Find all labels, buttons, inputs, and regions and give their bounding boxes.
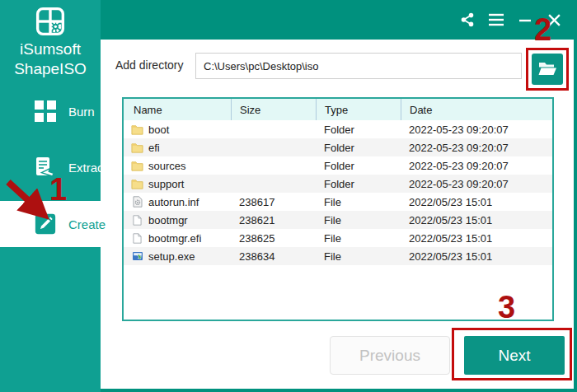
file-type: Folder (316, 138, 401, 156)
file-size (231, 120, 316, 138)
exe-file-icon (131, 250, 143, 263)
file-date: 2022-05-23 09:20:07 (401, 138, 552, 156)
inf-file-icon (131, 196, 143, 208)
sidebar-item-label: Create (68, 217, 106, 231)
file-table-body: bootFolder2022-05-23 09:20:07efiFolder20… (124, 120, 552, 265)
file-size (231, 175, 316, 193)
column-header-name[interactable]: Name (124, 99, 231, 120)
file-name-cell: sources (124, 156, 231, 175)
table-row[interactable]: bootmgr.efi238625File2022/05/23 15:01 (124, 229, 552, 247)
file-name: autorun.inf (148, 196, 199, 208)
table-row[interactable]: bootmgr238621File2022/05/23 15:01 (124, 211, 552, 229)
file-name: setup.exe (148, 250, 195, 263)
file-type: File (316, 211, 401, 229)
open-folder-icon (537, 60, 557, 79)
window-controls (459, 0, 562, 40)
file-name-cell: bootmgr (124, 211, 231, 229)
file-name-cell: setup.exe (124, 247, 231, 265)
file-type: Folder (316, 175, 401, 193)
sidebar-item-extract[interactable]: Extract (0, 148, 101, 186)
share-icon[interactable] (459, 12, 476, 28)
table-row[interactable]: setup.exe238634File2022/05/23 15:01 (124, 247, 552, 265)
file-type: File (316, 193, 401, 211)
file-name: bootmgr (148, 214, 188, 226)
burn-grid-icon (35, 100, 56, 122)
file-icon (131, 232, 143, 245)
menu-icon[interactable] (488, 12, 504, 28)
file-name: support (148, 178, 184, 190)
file-date: 2022-05-23 09:20:07 (401, 175, 552, 193)
column-header-date[interactable]: Date (401, 99, 552, 120)
table-row[interactable]: autorun.inf238617File2022/05/23 15:01 (124, 193, 552, 211)
file-table-header: Name Size Type Date (124, 99, 552, 120)
folder-icon (131, 160, 143, 172)
file-name: efi (148, 142, 160, 154)
app-title-line2: ShapeISO (0, 59, 101, 79)
folder-icon (131, 142, 143, 154)
add-directory-label: Add directory (115, 58, 183, 72)
file-name: sources (148, 160, 186, 172)
app-title: iSumsoft ShapeISO (0, 40, 101, 79)
column-header-type[interactable]: Type (316, 99, 401, 120)
file-icon (131, 214, 143, 226)
minimize-icon[interactable] (517, 12, 533, 28)
directory-input[interactable] (195, 53, 522, 79)
file-type: File (316, 229, 401, 247)
file-size (231, 138, 316, 156)
file-date: 2022/05/23 15:01 (401, 229, 552, 247)
file-date: 2022/05/23 15:01 (401, 247, 552, 265)
create-icon (35, 213, 56, 235)
app-window: iSumsoft ShapeISO Burn Extract (0, 0, 577, 392)
folder-icon (131, 124, 143, 136)
file-type: Folder (316, 156, 401, 175)
file-name: boot (148, 124, 169, 136)
file-name: bootmgr.efi (148, 232, 201, 245)
window-frame-bottom (101, 389, 577, 392)
file-name-cell: bootmgr.efi (124, 229, 231, 247)
titlebar (101, 0, 577, 40)
file-date: 2022-05-23 09:20:07 (401, 156, 552, 175)
sidebar: iSumsoft ShapeISO Burn Extract (0, 0, 101, 392)
browse-folder-button[interactable] (532, 54, 563, 85)
table-row[interactable]: supportFolder2022-05-23 09:20:07 (124, 175, 552, 193)
app-logo-icon (35, 7, 65, 36)
file-size: 238634 (231, 247, 316, 265)
file-name-cell: efi (124, 138, 231, 156)
file-date: 2022/05/23 15:01 (401, 193, 552, 211)
file-size: 238617 (231, 193, 316, 211)
sidebar-item-label: Extract (68, 161, 107, 175)
previous-button[interactable]: Previous (330, 336, 450, 375)
file-type: File (316, 247, 401, 265)
extract-icon (35, 156, 56, 178)
table-row[interactable]: sourcesFolder2022-05-23 09:20:07 (124, 156, 552, 175)
file-size: 238621 (231, 211, 316, 229)
file-date: 2022-05-23 09:20:07 (401, 120, 552, 138)
next-button[interactable]: Next (464, 336, 565, 375)
table-row[interactable]: bootFolder2022-05-23 09:20:07 (124, 120, 552, 138)
table-row[interactable]: efiFolder2022-05-23 09:20:07 (124, 138, 552, 156)
file-name-cell: support (124, 175, 231, 193)
file-date: 2022/05/23 15:01 (401, 211, 552, 229)
file-name-cell: boot (124, 120, 231, 138)
file-type: Folder (316, 120, 401, 138)
sidebar-item-create[interactable]: Create (0, 201, 101, 247)
column-header-size[interactable]: Size (231, 99, 316, 120)
app-title-line1: iSumsoft (0, 40, 101, 59)
sidebar-item-label: Burn (68, 105, 95, 119)
window-frame-right (574, 0, 577, 392)
file-size: 238625 (231, 229, 316, 247)
file-table: Name Size Type Date bootFolder2022-05-23… (122, 97, 554, 321)
file-name-cell: autorun.inf (124, 193, 231, 211)
close-icon[interactable] (546, 12, 562, 28)
file-size (231, 156, 316, 175)
folder-icon (131, 178, 143, 190)
sidebar-item-burn[interactable]: Burn (0, 92, 101, 130)
